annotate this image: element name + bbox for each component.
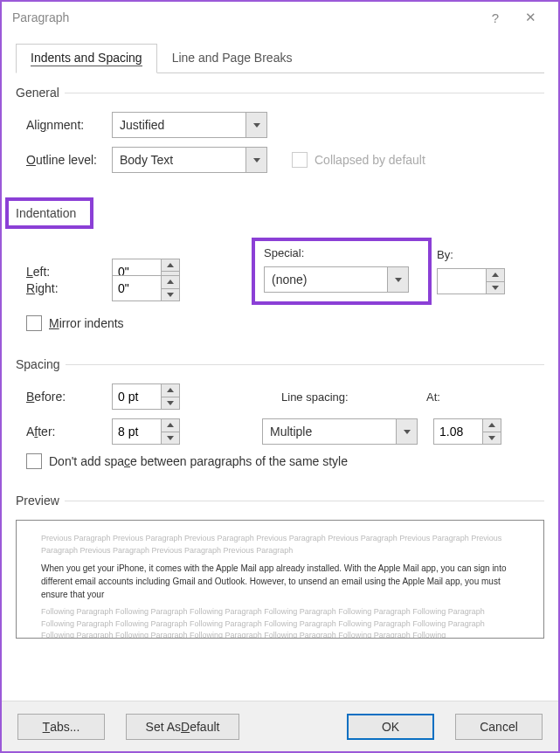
line-spacing-value: Multiple <box>263 425 396 439</box>
before-input[interactable] <box>112 383 161 410</box>
divider <box>65 501 544 501</box>
collapsed-label: Collapsed by default <box>315 153 425 167</box>
right-spinner[interactable] <box>112 275 180 301</box>
outline-combo[interactable]: Body Text <box>112 147 267 173</box>
outline-value: Body Text <box>113 153 245 167</box>
preview-body: When you get your iPhone, it comes with … <box>41 562 519 601</box>
section-spacing: Spacing Before: Line spacing: At: Af <box>16 357 544 469</box>
indentation-title-highlight: Indentation <box>5 197 93 229</box>
by-input[interactable] <box>437 268 486 294</box>
mirror-checkbox[interactable] <box>26 315 42 331</box>
at-label: At: <box>426 390 440 404</box>
dialog-title: Paragraph <box>12 10 478 24</box>
arrow-down-icon[interactable] <box>162 289 179 301</box>
after-input[interactable] <box>112 418 161 445</box>
arrow-up-icon[interactable] <box>162 419 179 432</box>
alignment-combo[interactable]: Justified <box>112 112 267 138</box>
by-spinner[interactable] <box>437 268 505 294</box>
help-button[interactable]: ? <box>478 5 513 30</box>
paragraph-dialog: Paragraph ? ✕ Indents and Spacing Line a… <box>0 0 560 753</box>
at-spinner[interactable] <box>433 418 501 445</box>
after-label: After: <box>16 425 112 439</box>
arrow-down-icon[interactable] <box>487 282 504 294</box>
by-label: By: <box>437 248 505 261</box>
arrow-up-icon[interactable] <box>483 419 501 432</box>
section-general: General Alignment: Justified Outline lev… <box>16 86 544 173</box>
arrow-down-icon[interactable] <box>162 397 179 410</box>
arrow-up-icon[interactable] <box>487 269 504 282</box>
dialog-footer: Tabs... Set As Default OK Cancel <box>2 701 558 751</box>
alignment-label: Alignment: <box>16 118 112 132</box>
spinner-buttons <box>161 275 180 301</box>
section-indentation: Indentation Left: Special: <box>16 197 544 331</box>
spacing-title: Spacing <box>16 357 66 371</box>
divider <box>65 93 544 93</box>
outline-label: Outline level: <box>16 153 112 167</box>
set-default-button[interactable]: Set As Default <box>126 714 239 740</box>
chevron-down-icon[interactable] <box>396 419 417 444</box>
collapsed-checkbox <box>292 152 308 168</box>
chevron-down-icon[interactable] <box>245 148 266 172</box>
dont-add-checkbox[interactable] <box>26 453 42 469</box>
divider <box>66 364 544 365</box>
spinner-buttons <box>486 268 505 294</box>
tab-line-page-breaks[interactable]: Line and Page Breaks <box>157 44 308 73</box>
special-label: Special: <box>264 246 419 259</box>
special-highlight: Special: (none) <box>252 238 432 305</box>
titlebar: Paragraph ? ✕ <box>2 2 558 33</box>
arrow-up-icon[interactable] <box>162 384 179 397</box>
special-value: (none) <box>265 273 387 287</box>
close-button[interactable]: ✕ <box>513 5 548 30</box>
tab-label: Indents and Spacing <box>31 51 142 66</box>
dont-add-label: Don't add space between paragraphs of th… <box>49 454 348 468</box>
indentation-title: Indentation <box>16 206 76 220</box>
preview-box: Previous Paragraph Previous Paragraph Pr… <box>16 520 544 639</box>
spinner-buttons <box>161 418 180 445</box>
left-label: Left: <box>16 265 112 279</box>
at-input[interactable] <box>433 418 482 445</box>
spinner-buttons <box>482 418 501 445</box>
after-spinner[interactable] <box>112 418 180 445</box>
ok-button[interactable]: OK <box>347 714 434 740</box>
cancel-button[interactable]: Cancel <box>455 714 543 740</box>
arrow-down-icon[interactable] <box>162 432 179 445</box>
tabs-button[interactable]: Tabs... <box>17 714 105 740</box>
preview-title: Preview <box>16 494 65 508</box>
arrow-up-icon[interactable] <box>162 276 179 289</box>
right-label: Right: <box>16 281 112 295</box>
before-spinner[interactable] <box>112 383 180 410</box>
section-preview: Preview Previous Paragraph Previous Para… <box>16 494 544 639</box>
line-spacing-label: Line spacing: <box>281 390 395 404</box>
general-title: General <box>16 86 65 100</box>
before-label: Before: <box>16 390 112 404</box>
spinner-buttons <box>161 383 180 410</box>
right-input[interactable] <box>112 275 161 301</box>
mirror-label: Mirror indents <box>49 316 124 330</box>
arrow-up-icon[interactable] <box>162 259 179 273</box>
tab-strip: Indents and Spacing Line and Page Breaks <box>16 44 544 73</box>
special-combo[interactable]: (none) <box>264 266 409 293</box>
chevron-down-icon[interactable] <box>245 113 266 137</box>
arrow-down-icon[interactable] <box>483 432 501 445</box>
chevron-down-icon[interactable] <box>387 267 408 292</box>
tab-indents-spacing[interactable]: Indents and Spacing <box>16 44 157 73</box>
line-spacing-combo[interactable]: Multiple <box>262 418 418 445</box>
alignment-value: Justified <box>113 118 245 132</box>
preview-previous: Previous Paragraph Previous Paragraph Pr… <box>41 533 519 556</box>
preview-following: Following Paragraph Following Paragraph … <box>41 606 519 639</box>
